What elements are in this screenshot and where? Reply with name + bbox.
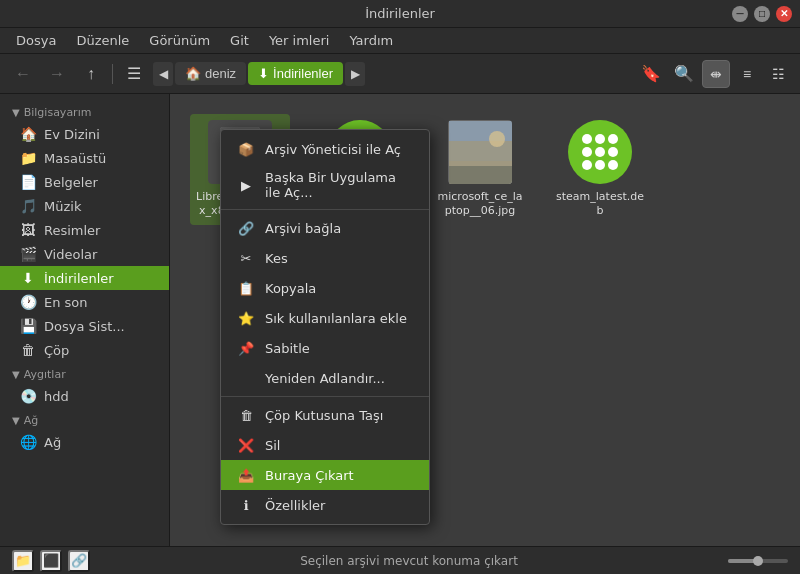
sidebar-item-indirilenler[interactable]: ⬇ İndirilenler xyxy=(0,266,169,290)
svg-rect-12 xyxy=(449,166,512,184)
section-arrow-network: ▼ xyxy=(12,415,20,426)
menu-yerimleri[interactable]: Yer imleri xyxy=(261,30,338,51)
pin-icon: 📌 xyxy=(237,339,255,357)
maximize-button[interactable]: □ xyxy=(754,6,770,22)
sidebar-item-resimler[interactable]: 🖼 Resimler xyxy=(0,218,169,242)
trash-move-icon: 🗑 xyxy=(237,406,255,424)
ctx-properties[interactable]: ℹ Özellikler xyxy=(221,490,429,520)
menu-dosya[interactable]: Dosya xyxy=(8,30,64,51)
section-arrow-devices: ▼ xyxy=(12,369,20,380)
sidebar-item-videolar[interactable]: 🎬 Videolar xyxy=(0,242,169,266)
ctx-copy[interactable]: 📋 Kopyala xyxy=(221,273,429,303)
breadcrumb-current[interactable]: ⬇ İndirilenler xyxy=(248,62,343,85)
close-button[interactable]: ✕ xyxy=(776,6,792,22)
videos-icon: 🎬 xyxy=(20,246,36,262)
open-archive-icon: 📦 xyxy=(237,140,255,158)
ctx-mount-archive[interactable]: 🔗 Arşivi bağla xyxy=(221,213,429,243)
app-icon-grid-2 xyxy=(582,134,618,170)
ctx-cut[interactable]: ✂ Kes xyxy=(221,243,429,273)
ctx-rename[interactable]: Yeniden Adlandır... xyxy=(221,363,429,393)
ctx-open-other-app[interactable]: ▶ Başka Bir Uygulama ile Aç... xyxy=(221,164,429,206)
sidebar-item-belgeler[interactable]: 📄 Belgeler xyxy=(0,170,169,194)
forward-button[interactable]: → xyxy=(42,59,72,89)
toolbar: ← → ↑ ☰ ◀ 🏠 deniz ⬇ İndirilenler ▶ 🔖 🔍 ⇼… xyxy=(0,54,800,94)
back-button[interactable]: ← xyxy=(8,59,38,89)
ctx-delete[interactable]: ❌ Sil xyxy=(221,430,429,460)
titlebar: İndirilenler ─ □ ✕ xyxy=(0,0,800,28)
sidebar-toggle-button[interactable]: ☰ xyxy=(119,59,149,89)
menu-gorunum[interactable]: Görünüm xyxy=(141,30,218,51)
statusbar-text: Seçilen arşivi mevcut konuma çıkart xyxy=(300,554,518,568)
statusbar-open-terminal-button[interactable]: ⬛ xyxy=(40,550,62,572)
desktop-icon: 📁 xyxy=(20,150,36,166)
documents-icon: 📄 xyxy=(20,174,36,190)
zoom-handle[interactable] xyxy=(753,556,763,566)
file-thumb-image xyxy=(448,120,512,184)
window-controls: ─ □ ✕ xyxy=(732,6,792,22)
menu-duzenle[interactable]: Düzenle xyxy=(68,30,137,51)
app-file-icon-2 xyxy=(568,120,632,184)
download-icon: ⬇ xyxy=(258,66,269,81)
sidebar-item-en-son[interactable]: 🕐 En son xyxy=(0,290,169,314)
breadcrumb-left-arrow[interactable]: ◀ xyxy=(153,62,173,86)
zoom-bar[interactable] xyxy=(728,559,788,563)
sidebar-item-ag[interactable]: 🌐 Ağ xyxy=(0,430,169,454)
downloads-icon: ⬇ xyxy=(20,270,36,286)
open-other-icon: ▶ xyxy=(237,176,255,194)
minimize-button[interactable]: ─ xyxy=(732,6,748,22)
app-dot xyxy=(582,134,592,144)
sidebar-item-hdd[interactable]: 💿 hdd xyxy=(0,384,169,408)
breadcrumb-home[interactable]: 🏠 deniz xyxy=(175,62,246,85)
delete-icon: ❌ xyxy=(237,436,255,454)
file-area: LibreOffice_Linux_x8...deb.ta... xyxy=(170,94,800,546)
sidebar-section-network[interactable]: ▼ Ağ xyxy=(0,408,169,430)
app-dot xyxy=(608,147,618,157)
view-list-button[interactable]: ☷ xyxy=(764,60,792,88)
menu-yardim[interactable]: Yardım xyxy=(341,30,401,51)
file-name-image: microsoft_ce_laptop__06.jpg xyxy=(436,190,524,219)
ctx-add-favorites[interactable]: ⭐ Sık kullanılanlara ekle xyxy=(221,303,429,333)
sidebar-item-masaustu[interactable]: 📁 Masaüstü xyxy=(0,146,169,170)
sidebar-item-muzik[interactable]: 🎵 Müzik xyxy=(0,194,169,218)
file-name-steam: steam_latest.deb xyxy=(556,190,644,219)
hdd-icon: 💿 xyxy=(20,388,36,404)
statusbar-new-folder-button[interactable]: 📁 xyxy=(12,550,34,572)
file-item-steam[interactable]: steam_latest.deb xyxy=(550,114,650,225)
breadcrumb-right-arrow[interactable]: ▶ xyxy=(345,62,365,86)
menu-git[interactable]: Git xyxy=(222,30,257,51)
statusbar-left: 📁 ⬛ 🔗 xyxy=(12,550,90,572)
ctx-move-trash[interactable]: 🗑 Çöp Kutusuna Taşı xyxy=(221,400,429,430)
file-item-image[interactable]: microsoft_ce_laptop__06.jpg xyxy=(430,114,530,225)
up-button[interactable]: ↑ xyxy=(76,59,106,89)
sidebar-section-computer[interactable]: ▼ Bilgisayarım xyxy=(0,100,169,122)
recent-icon: 🕐 xyxy=(20,294,36,310)
file-thumb-steam xyxy=(568,120,632,184)
rename-icon xyxy=(237,369,255,387)
app-dot xyxy=(608,134,618,144)
view-compact-button[interactable]: ≡ xyxy=(733,60,761,88)
sidebar-item-dosya-sist[interactable]: 💾 Dosya Sist... xyxy=(0,314,169,338)
properties-icon: ℹ xyxy=(237,496,255,514)
app-dot xyxy=(595,160,605,170)
app-dot xyxy=(608,160,618,170)
bookmark-button[interactable]: 🔖 xyxy=(636,59,666,89)
filesystem-icon: 💾 xyxy=(20,318,36,334)
sidebar-item-ev-dizini[interactable]: 🏠 Ev Dizini xyxy=(0,122,169,146)
ctx-extract-here[interactable]: 📤 Buraya Çıkart xyxy=(221,460,429,490)
ctx-open-archive-manager[interactable]: 📦 Arşiv Yöneticisi ile Aç xyxy=(221,134,429,164)
sidebar-item-cop[interactable]: 🗑 Çöp xyxy=(0,338,169,362)
search-button[interactable]: 🔍 xyxy=(669,59,699,89)
view-grid-button[interactable]: ⇼ xyxy=(702,60,730,88)
home-icon: 🏠 xyxy=(185,66,201,81)
image-file-icon xyxy=(448,120,512,184)
home-folder-icon: 🏠 xyxy=(20,126,36,142)
ctx-separator-1 xyxy=(221,209,429,210)
svg-point-11 xyxy=(489,131,505,147)
app-dot xyxy=(582,160,592,170)
toolbar-right: 🔖 🔍 ⇼ ≡ ☷ xyxy=(636,59,792,89)
statusbar-share-button[interactable]: 🔗 xyxy=(68,550,90,572)
section-arrow-computer: ▼ xyxy=(12,107,20,118)
ctx-pin[interactable]: 📌 Sabitle xyxy=(221,333,429,363)
statusbar-icons: 📁 ⬛ 🔗 xyxy=(12,550,90,572)
sidebar-section-devices[interactable]: ▼ Aygıtlar xyxy=(0,362,169,384)
